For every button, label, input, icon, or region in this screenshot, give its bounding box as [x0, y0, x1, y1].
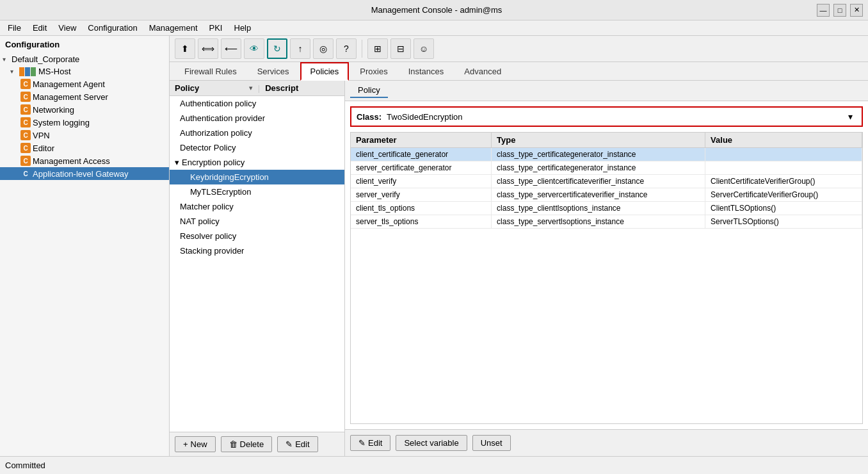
unset-button[interactable]: Unset [472, 435, 511, 451]
tree-icon-management-access: C [20, 156, 31, 166]
edit-label: Edit [295, 439, 309, 449]
toolbar-back-btn[interactable]: ⟵ [221, 38, 241, 59]
delete-label: Delete [240, 439, 264, 449]
menu-item-view[interactable]: View [53, 22, 81, 34]
menu-item-pki[interactable]: PKI [204, 22, 228, 34]
detail-footer: ✎ Edit Select variable Unset [345, 429, 868, 456]
tree-icon-app-level-gateway: C [20, 168, 31, 179]
tree-icon-networking: C [20, 104, 31, 115]
class-label: Class: [357, 112, 382, 122]
tree-label-app-level-gateway: Application-level Gateway [33, 169, 129, 179]
policy-subitem-keybridging[interactable]: KeybridgingEcryption [170, 170, 344, 184]
menu-item-help[interactable]: Help [229, 22, 257, 34]
tree-item-editor[interactable]: C Editor [0, 142, 169, 154]
tree-label-ms-host: MS-Host [38, 67, 71, 76]
tree-label-management-agent: Management Agent [33, 79, 105, 89]
toolbar: ⬆ ⟺ ⟵ 👁 ↻ ↑ ◎ ? ⊞ ⊟ ☺ [170, 36, 868, 62]
toolbar-help-btn[interactable]: ? [336, 38, 357, 59]
tree-item-app-level-gateway[interactable]: C Application-level Gateway [0, 167, 169, 180]
class-row: Class: TwoSidedEncryption ▾ [350, 106, 863, 127]
toolbar-grid1-btn[interactable]: ⊞ [367, 38, 388, 59]
toolbar-eye-btn[interactable]: 👁 [244, 38, 264, 59]
titlebar-title: Management Console - admin@ms [56, 5, 817, 15]
tab-advanced[interactable]: Advanced [454, 63, 511, 79]
toolbar-sync-btn[interactable]: ⟺ [198, 38, 218, 59]
tree-item-management-agent[interactable]: C Management Agent [0, 78, 169, 90]
expand-arrow-default-corporate: ▾ [3, 56, 10, 63]
new-label: New [191, 439, 207, 449]
sidebar: Configuration ▾ Default_Corporate ▾ MS-H… [0, 36, 170, 456]
toolbar-grid2-btn[interactable]: ⊟ [390, 38, 411, 59]
table-row[interactable]: client_tls_optionsclass_type_clienttlsop… [351, 202, 862, 215]
table-row[interactable]: server_verifyclass_type_servercertificat… [351, 188, 862, 202]
toolbar-upload-btn[interactable]: ⬆ [175, 38, 195, 59]
policy-header-desc: Descript [265, 83, 339, 93]
tree-icon-editor: C [20, 143, 31, 153]
toolbar-separator [362, 40, 362, 58]
tree-item-vpn[interactable]: C VPN [0, 129, 169, 142]
table-row[interactable]: client_certificate_generatorclass_type_c… [351, 148, 862, 161]
policy-group-label: Encryption policy [182, 158, 245, 167]
new-icon: + [183, 439, 188, 449]
toolbar-target-btn[interactable]: ◎ [313, 38, 334, 59]
tree-icon-management-agent: C [20, 79, 31, 89]
tree-label-management-server: Management Server [33, 92, 108, 102]
col-value: Value [705, 133, 862, 148]
table-row[interactable]: server_tls_optionsclass_type_servertlsop… [351, 215, 862, 229]
titlebar-controls: — □ ✕ [817, 4, 863, 17]
edit-button[interactable]: ✎ Edit [277, 436, 317, 452]
tab-policies[interactable]: Policies [300, 62, 350, 81]
tree-icon-vpn: C [20, 130, 31, 140]
menu-item-management[interactable]: Management [144, 22, 203, 34]
tree-label-editor: Editor [33, 143, 54, 153]
policy-group-encryption[interactable]: ▾ Encryption policy [170, 155, 344, 170]
tree-item-networking[interactable]: C Networking [0, 103, 169, 116]
tab-firewall-rules[interactable]: Firewall Rules [175, 63, 246, 79]
maximize-button[interactable]: □ [833, 4, 846, 17]
tab-services[interactable]: Services [248, 63, 299, 79]
policy-item-nat[interactable]: NAT policy [170, 214, 344, 229]
policy-item-authz-policy[interactable]: Authorization policy [170, 126, 344, 140]
policy-item-stacking[interactable]: Stacking provider [170, 243, 344, 258]
col-parameter: Parameter [351, 133, 492, 148]
table-row[interactable]: client_verifyclass_type_clientcertificat… [351, 175, 862, 188]
right-panel: ⬆ ⟺ ⟵ 👁 ↻ ↑ ◎ ? ⊞ ⊟ ☺ Firewall Rules Ser… [170, 36, 868, 456]
policy-item-matcher[interactable]: Matcher policy [170, 199, 344, 214]
policy-item-auth-provider[interactable]: Authentication provider [170, 111, 344, 126]
tree-item-ms-host[interactable]: ▾ MS-Host [0, 65, 169, 78]
detail-tab-policy[interactable]: Policy [350, 83, 388, 98]
new-button[interactable]: + New [175, 436, 216, 452]
toolbar-upload2-btn[interactable]: ↑ [290, 38, 310, 59]
tree-item-default-corporate[interactable]: ▾ Default_Corporate [0, 53, 169, 65]
menu-item-edit[interactable]: Edit [28, 22, 52, 34]
tree-item-system-logging[interactable]: C System logging [0, 116, 169, 129]
tree-label-vpn: VPN [33, 131, 50, 140]
policy-header-text: Policy [175, 83, 249, 93]
toolbar-refresh-btn[interactable]: ↻ [267, 38, 287, 59]
detail-edit-button[interactable]: ✎ Edit [350, 435, 390, 451]
close-button[interactable]: ✕ [850, 4, 863, 17]
menu-item-configuration[interactable]: Configuration [83, 22, 142, 34]
tree-item-management-access[interactable]: C Management Access [0, 154, 169, 167]
sidebar-header: Configuration [0, 36, 169, 53]
tree-label-system-logging: System logging [33, 118, 90, 127]
policy-panel: Policy ▾ | Descript Authentication polic… [170, 81, 345, 456]
expand-arrow-encryption: ▾ [175, 158, 179, 167]
detail-edit-icon: ✎ [358, 438, 366, 448]
toolbar-user-btn[interactable]: ☺ [414, 38, 434, 59]
select-variable-button[interactable]: Select variable [396, 435, 467, 451]
class-dropdown-btn[interactable]: ▾ [844, 110, 856, 123]
policy-item-detector-policy[interactable]: Detector Policy [170, 140, 344, 155]
tree-item-management-server[interactable]: C Management Server [0, 90, 169, 103]
policy-subitem-mytls[interactable]: MyTLSEcryption [170, 184, 344, 199]
delete-button[interactable]: 🗑 Delete [221, 436, 273, 452]
policy-item-resolver[interactable]: Resolver policy [170, 229, 344, 243]
detail-panel: Policy Class: TwoSidedEncryption ▾ Param… [345, 81, 868, 456]
tab-instances[interactable]: Instances [399, 63, 454, 79]
tab-proxies[interactable]: Proxies [350, 63, 397, 79]
menu-item-file[interactable]: File [3, 22, 26, 34]
minimize-button[interactable]: — [817, 4, 830, 17]
table-row[interactable]: server_certificate_generatorclass_type_c… [351, 161, 862, 175]
policy-item-auth-policy[interactable]: Authentication policy [170, 96, 344, 111]
policy-header-sort-icon: ▾ [249, 84, 253, 92]
